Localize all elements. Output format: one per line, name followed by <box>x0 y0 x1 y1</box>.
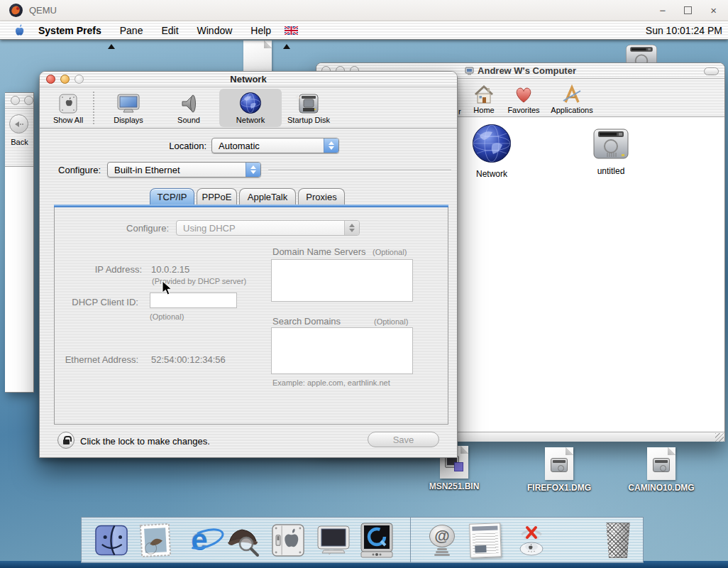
desktop-icon-label: MSN251.BIN <box>412 481 497 491</box>
tab-tcpip[interactable]: TCP/IP <box>150 188 194 205</box>
panel-configure-label: Configure: <box>97 223 169 234</box>
hard-disk-icon <box>590 127 632 161</box>
panel-configure-popup: Using DHCP <box>176 220 360 236</box>
prefs-window-titlebar[interactable]: Network <box>40 72 457 87</box>
back-window-titlebar[interactable] <box>5 93 33 109</box>
disk-image-document-icon <box>545 447 573 480</box>
menu-help[interactable]: Help <box>241 25 280 36</box>
file-icon-network[interactable]: Network <box>452 123 531 179</box>
file-icon-untitled[interactable]: untitled <box>571 127 651 176</box>
close-button[interactable] <box>11 96 20 105</box>
lock-button[interactable] <box>57 432 75 449</box>
apple-menu-icon[interactable] <box>10 24 29 37</box>
newspaper-icon <box>469 523 502 558</box>
network-disconnected-icon <box>513 522 550 559</box>
close-icon[interactable]: × <box>710 5 717 16</box>
save-button: Save <box>368 432 439 447</box>
screen: QEMU − × System Prefs Pane Edit Window H… <box>0 0 728 568</box>
dock: e <box>81 517 644 563</box>
dock-item-displays[interactable] <box>314 521 353 559</box>
toolbar-item-label: Startup Disk <box>286 116 331 124</box>
location-popup[interactable]: Automatic <box>211 138 339 153</box>
dock-item-quicktime-player[interactable] <box>357 521 397 559</box>
tab-proxies[interactable]: Proxies <box>298 188 345 205</box>
ip-label: IP Address: <box>69 264 142 275</box>
heart-icon <box>499 81 548 104</box>
quicktime-icon <box>359 522 395 559</box>
toolbar-item-label: Sound <box>166 116 211 124</box>
dock-item-network-disconnected[interactable] <box>512 521 551 559</box>
toolbar-item-startup-disk[interactable]: ? Startup Disk <box>286 89 331 127</box>
toolbar-item-show-all[interactable]: Show All <box>45 89 91 127</box>
dhcp-optional-note: (Optional) <box>150 312 184 321</box>
search-optional-note: (Optional) <box>374 317 408 326</box>
prefs-toolbar: Show All Displays <box>40 87 457 129</box>
globe-icon <box>471 123 512 164</box>
toolbar-item-label: Displays <box>106 116 151 124</box>
maximize-icon[interactable] <box>684 6 692 14</box>
toolbar-item-label: Favorites <box>499 106 548 114</box>
keyboard-flag-icon[interactable] <box>285 26 298 35</box>
dock-item-finder[interactable] <box>92 521 131 559</box>
dock-item-trash[interactable] <box>601 521 635 559</box>
dns-optional-note: (Optional) <box>373 248 407 256</box>
search-example-note: Example: apple.com, earthlink.net <box>272 378 390 387</box>
tab-appletalk[interactable]: AppleTalk <box>239 188 296 205</box>
minimize-icon[interactable]: − <box>659 5 666 16</box>
lock-hint-text: Click the lock to make changes. <box>80 436 210 447</box>
popup-arrows-icon <box>344 221 359 235</box>
toolbar-item-displays[interactable]: Displays <box>106 89 151 127</box>
toolbar-separator <box>93 92 94 124</box>
dock-item-internet-explorer[interactable]: e <box>180 521 219 559</box>
qemu-titlebar[interactable]: QEMU − × <box>0 0 728 21</box>
toolbar-item-favorites[interactable]: Favorites <box>499 81 548 114</box>
menu-clock[interactable]: Sun 10:01:24 PM <box>646 25 722 36</box>
menu-window[interactable]: Window <box>188 25 242 36</box>
finder-window-title: Andrew W's Computer <box>478 65 576 76</box>
dock-separator <box>410 518 411 562</box>
back-window-toolbar: Back <box>5 109 33 167</box>
tab-pppoe[interactable]: PPPoE <box>197 188 237 205</box>
configure-popup[interactable]: Built-in Ethernet <box>107 162 261 178</box>
minimize-button[interactable] <box>24 96 33 105</box>
dns-textarea <box>271 259 413 302</box>
menu-pane[interactable]: Pane <box>111 25 153 36</box>
resize-grip[interactable] <box>715 433 724 442</box>
displays-icon <box>106 89 151 114</box>
dock-item-mail[interactable] <box>136 521 175 559</box>
toolbar-item-network[interactable]: Network <box>228 89 273 127</box>
configure-value: Built-in Ethernet <box>108 165 246 175</box>
network-globe-icon <box>228 89 273 114</box>
mail-stamp-icon <box>138 523 172 558</box>
dock-item-system-preferences[interactable] <box>268 521 308 559</box>
toolbar-item-applications[interactable]: Applications <box>547 81 597 114</box>
at-spring-icon: @ <box>429 525 455 556</box>
toolbar-item-label: Applications <box>547 106 597 114</box>
tcpip-panel: Configure: Using DHCP Domain Name Server… <box>54 207 448 425</box>
lock-icon <box>63 439 70 444</box>
dock-item-news-document[interactable] <box>464 521 507 559</box>
desktop-icon-camino10[interactable]: CAMINO10.DMG <box>619 447 704 493</box>
finder-icon <box>94 523 129 558</box>
toolbar-toggle-button[interactable] <box>704 67 719 75</box>
menu-app[interactable]: System Prefs <box>29 25 111 36</box>
back-button[interactable] <box>9 114 28 133</box>
location-label: Location: <box>125 141 206 151</box>
computer-icon <box>465 67 474 75</box>
dock-item-sherlock[interactable] <box>224 521 263 559</box>
running-indicator-finder <box>108 44 115 49</box>
toolbar-item-sound[interactable]: Sound <box>166 89 211 127</box>
menu-bar: System Prefs Pane Edit Window Help Sun 1… <box>0 21 728 40</box>
startup-disk-icon: ? <box>286 89 331 114</box>
location-value: Automatic <box>212 141 324 151</box>
sherlock-icon <box>225 523 262 558</box>
dock-item-mail-at-spring[interactable]: @ <box>424 521 460 559</box>
displays-monitor-icon <box>315 522 352 559</box>
desktop-icon-firefox1[interactable]: FIREFOX1.DMG <box>517 447 602 493</box>
system-preferences-icon <box>270 523 306 558</box>
panel-configure-value: Using DHCP <box>177 223 344 234</box>
menu-edit[interactable]: Edit <box>152 25 187 36</box>
ethernet-label: Ethernet Address: <box>55 354 138 365</box>
speaker-icon <box>166 89 211 114</box>
dhcp-client-id-label: DHCP Client ID: <box>67 297 138 307</box>
